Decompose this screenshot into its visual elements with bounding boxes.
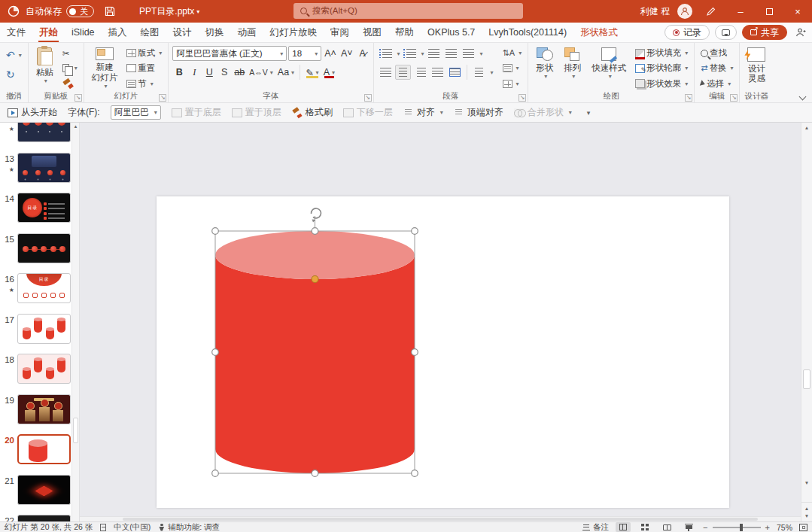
record-button[interactable]: 记录 <box>665 25 710 40</box>
columns-button[interactable] <box>471 65 487 80</box>
section-button[interactable]: 节▾ <box>124 77 164 91</box>
align-top-button[interactable]: 顶端对齐 <box>454 106 503 119</box>
shape-adjust-handle[interactable] <box>312 276 318 283</box>
zoom-out-button[interactable]: − <box>703 523 707 532</box>
zoom-slider[interactable] <box>713 527 761 528</box>
notes-toggle[interactable]: 备注 <box>582 522 609 532</box>
previous-slide-button[interactable]: ▲ <box>804 506 809 511</box>
tab-视图[interactable]: 视图 <box>356 23 388 42</box>
design-ideas-button[interactable]: 设计 灵感 <box>744 46 769 91</box>
font-dialog-launcher[interactable]: ↘ <box>364 94 372 102</box>
save-icon[interactable] <box>105 6 115 17</box>
underline-button[interactable]: U <box>202 65 216 80</box>
align-center-button[interactable] <box>395 65 411 80</box>
numbering-button[interactable] <box>402 46 418 61</box>
decrease-indent-button[interactable] <box>426 46 442 61</box>
slide-thumbnail-16[interactable]: 目录 <box>17 273 71 303</box>
slide-canvas[interactable] <box>80 123 801 521</box>
shape-outline-button[interactable]: 形状轮廓▾ <box>633 61 690 75</box>
paste-button[interactable]: 粘贴▾ <box>32 46 57 91</box>
quick-styles-button[interactable]: 快速样式▾ <box>588 46 630 91</box>
minimize-button[interactable]: – <box>726 0 755 23</box>
resize-handle-top-right[interactable] <box>412 228 418 235</box>
language-indicator[interactable]: 中文(中国) <box>114 522 151 532</box>
font-name-select[interactable]: 阿里巴巴普惠体 (正文)▾ <box>172 46 287 61</box>
notes-indicator-icon[interactable] <box>100 524 106 531</box>
zoom-level[interactable]: 75% <box>777 523 792 532</box>
align-right-button[interactable] <box>412 65 428 80</box>
align-left-button[interactable] <box>378 65 394 80</box>
slide-sorter-button[interactable] <box>637 522 652 532</box>
find-button[interactable]: 查找 <box>698 46 735 60</box>
justify-button[interactable] <box>430 65 446 80</box>
tab-形状格式[interactable]: 形状格式 <box>573 23 625 42</box>
start-from-beginning-button[interactable]: 从头开始 <box>8 106 57 119</box>
send-to-back-button[interactable]: 置于底层 <box>172 106 221 119</box>
clipboard-dialog-launcher[interactable]: ↘ <box>75 94 82 102</box>
align-text-button[interactable]: ▾ <box>500 61 525 75</box>
resize-handle-bottom-right[interactable] <box>412 470 418 477</box>
normal-view-button[interactable] <box>616 522 631 532</box>
slide-thumbnail-14[interactable]: 目录 <box>17 193 71 223</box>
slide-thumbnail-20[interactable] <box>17 434 71 464</box>
format-painter-quick-button[interactable]: 格式刷 <box>292 106 333 119</box>
autosave-toggle[interactable]: 关 <box>66 5 94 17</box>
layout-button[interactable]: 版式▾ <box>124 46 164 60</box>
send-backward-button[interactable]: 下移一层 <box>343 106 393 119</box>
canvas-vertical-scrollbar[interactable]: ▲ ▼ ▲▼ <box>801 123 812 521</box>
align-button[interactable]: 对齐▾ <box>403 106 443 119</box>
character-spacing-button[interactable]: A⇔V▾ <box>248 65 275 80</box>
slide-thumbnail-15[interactable] <box>17 233 71 263</box>
bold-button[interactable]: B <box>172 65 186 80</box>
increase-indent-button[interactable] <box>443 46 459 61</box>
presenter-person-icon[interactable] <box>795 28 806 37</box>
resize-handle-bottom-left[interactable] <box>212 470 219 477</box>
format-painter-button[interactable] <box>60 77 80 91</box>
close-button[interactable]: × <box>783 0 812 23</box>
new-slide-button[interactable]: 新建 幻灯片▾ <box>88 46 122 91</box>
strikethrough-button[interactable]: ab <box>233 65 246 80</box>
slide-thumbnail-21[interactable] <box>17 475 71 505</box>
replace-button[interactable]: ⇄替换▾ <box>698 61 735 75</box>
copy-button[interactable]: ▾ <box>60 61 80 75</box>
clear-formatting-button[interactable]: A̷ <box>356 46 370 61</box>
next-slide-button[interactable]: ▼ <box>804 513 809 518</box>
zoom-in-button[interactable]: + <box>765 523 770 532</box>
slide-thumbnail-19[interactable] <box>17 394 71 424</box>
comments-button[interactable] <box>715 25 737 40</box>
slide-thumbnail-12[interactable] <box>17 123 71 142</box>
panel-scrollbar-thumb[interactable] <box>73 418 78 443</box>
share-button[interactable]: 共享 <box>742 25 787 40</box>
user-name[interactable]: 利健 程 <box>640 5 670 18</box>
resize-handle-bottom-center[interactable] <box>312 470 318 477</box>
slide-thumbnail-18[interactable] <box>17 354 71 384</box>
tab-设计[interactable]: 设计 <box>166 23 199 42</box>
undo-button[interactable]: ↶▾ <box>4 47 24 62</box>
slide-thumbnail-13[interactable] <box>17 153 71 183</box>
slideshow-button[interactable] <box>681 522 696 532</box>
tab-插入[interactable]: 插入 <box>102 23 134 42</box>
merge-shapes-button[interactable]: 合并形状▾ <box>514 106 572 119</box>
rotate-handle[interactable] <box>311 208 321 223</box>
italic-button[interactable]: I <box>187 65 201 80</box>
resize-handle-top-left[interactable] <box>212 228 219 235</box>
slides-dialog-launcher[interactable]: ↘ <box>159 94 166 102</box>
text-direction-button[interactable]: ⇅A▾ <box>500 46 525 60</box>
tab-审阅[interactable]: 审阅 <box>324 23 356 42</box>
shapes-button[interactable]: 形状▾ <box>532 46 557 91</box>
decrease-font-size-button[interactable]: A˅ <box>339 46 354 61</box>
line-spacing-button[interactable] <box>461 46 476 61</box>
quickbar-overflow-button[interactable]: ▾ <box>587 109 591 117</box>
distribute-button[interactable] <box>447 65 463 80</box>
fit-to-window-button[interactable] <box>799 524 807 531</box>
canvas-horizontal-scrollbar[interactable] <box>80 516 801 521</box>
tab-帮助[interactable]: 帮助 <box>388 23 421 42</box>
paragraph-dialog-launcher[interactable]: ↘ <box>519 94 526 102</box>
tab-LvyhTools(201114)[interactable]: LvyhTools(201114) <box>482 23 573 42</box>
tab-动画[interactable]: 动画 <box>231 23 263 42</box>
edit-pencil-icon[interactable] <box>706 7 716 17</box>
tab-文件[interactable]: 文件 <box>0 23 32 42</box>
tab-开始[interactable]: 开始 <box>32 23 65 42</box>
bullets-button[interactable] <box>378 46 394 61</box>
bring-to-front-button[interactable]: 置于顶层 <box>232 106 281 119</box>
